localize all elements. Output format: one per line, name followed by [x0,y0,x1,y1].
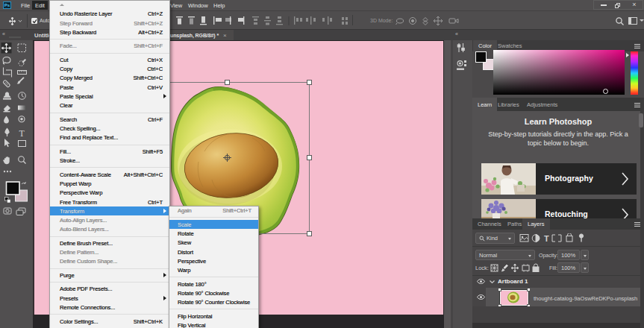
svg-text:T: T [544,234,549,243]
svg-text:T: T [19,128,25,139]
